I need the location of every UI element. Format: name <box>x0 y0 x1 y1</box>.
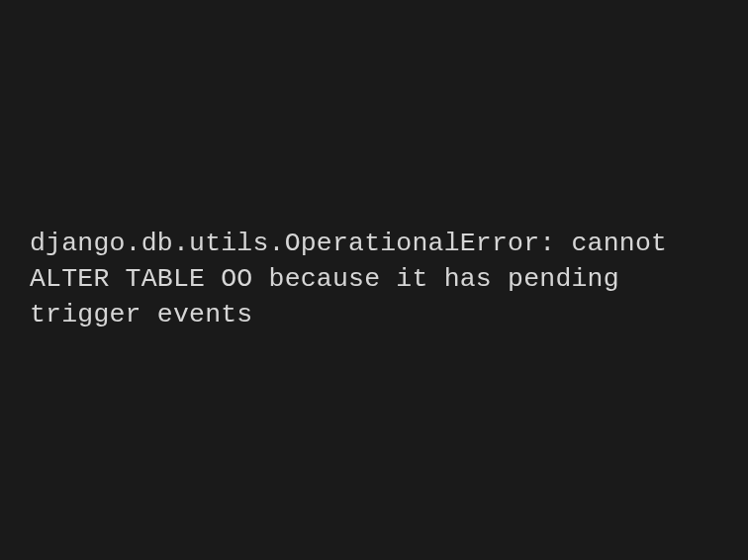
error-message: django.db.utils.OperationalError: cannot… <box>30 227 718 332</box>
